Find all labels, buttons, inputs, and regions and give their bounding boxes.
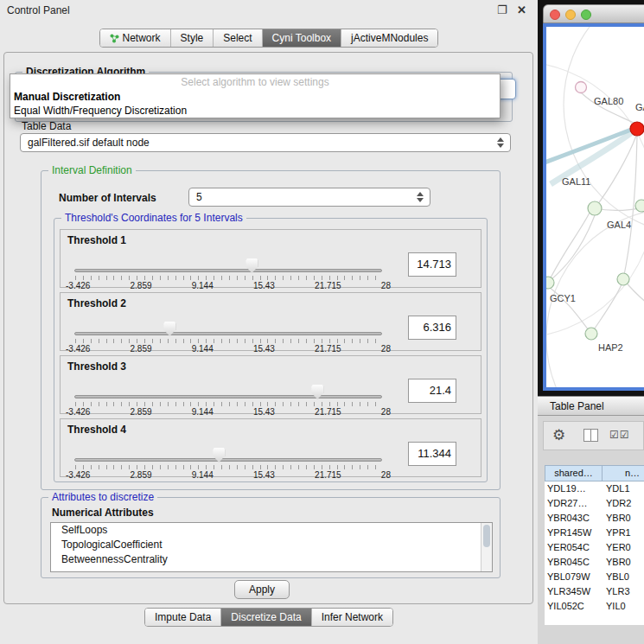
scale-tick-label: 2.859: [131, 470, 152, 480]
dropdown-option-equal-width-frequency[interactable]: Equal Width/Frequency Discretization: [10, 104, 500, 118]
column-header-shared-name[interactable]: shared…: [545, 465, 603, 481]
threshold-3-panel: Threshold 3 -3.426 2.859 9.144 15.43 21.…: [60, 355, 481, 414]
select-columns-icon[interactable]: ☑☑: [609, 429, 630, 441]
table-panel-title: Table Panel: [550, 400, 604, 412]
dropdown-option-manual-discretization[interactable]: Manual Discretization: [10, 90, 500, 104]
network-window-titlebar[interactable]: [543, 4, 644, 23]
close-icon[interactable]: ✕: [517, 3, 526, 16]
scale-tick-label: 2.859: [131, 407, 152, 417]
tab-label: Network: [123, 32, 161, 44]
scale-tick-label: 28: [381, 407, 391, 417]
tab-label: Infer Network: [322, 611, 383, 623]
slider-track[interactable]: [74, 332, 382, 335]
close-button[interactable]: [550, 10, 560, 20]
tab-style[interactable]: Style: [170, 29, 214, 47]
slider-track[interactable]: [74, 458, 382, 462]
number-of-intervals-combobox[interactable]: 5: [188, 188, 430, 207]
node-gal4[interactable]: [588, 201, 602, 215]
scale-tick-label: 28: [381, 470, 391, 480]
minimize-button[interactable]: [565, 10, 576, 20]
node-gcy1[interactable]: [546, 277, 554, 289]
columns-icon[interactable]: [583, 429, 598, 442]
group-title: Threshold's Coordinates for 5 Intervals: [61, 212, 246, 224]
table-row[interactable]: YDL19… YDL1: [545, 481, 644, 496]
threshold-2-value-field[interactable]: 6.316: [408, 316, 456, 340]
table-row[interactable]: YBR043C YBR0: [545, 511, 644, 526]
tab-jactivemnodules[interactable]: jActiveMNodules: [341, 29, 437, 47]
slider-ticks: [75, 465, 382, 469]
network-icon: [110, 34, 119, 43]
slider-track[interactable]: [74, 395, 382, 399]
table-toolbar: ⚙ ☑☑: [543, 421, 644, 450]
table-row[interactable]: YLR345W YLR3: [545, 584, 644, 599]
window-title: Control Panel: [7, 4, 70, 16]
threshold-3-slider[interactable]: -3.426 2.859 9.144 15.43 21.715 28: [74, 384, 382, 413]
list-item[interactable]: TopologicalCoefficient: [51, 538, 492, 552]
column-header-name[interactable]: n…: [603, 465, 644, 481]
node-label: GAL80: [594, 96, 623, 106]
zoom-button[interactable]: [581, 10, 591, 20]
float-window-icon[interactable]: ❐: [497, 3, 507, 16]
tab-network[interactable]: Network: [100, 29, 170, 47]
threshold-label: Threshold 3: [67, 360, 126, 373]
cyni-toolbox-panel: Discretization Algorithm Select algorith…: [3, 52, 533, 604]
scale-tick-label: 15.43: [253, 281, 275, 290]
scrollbar-thumb[interactable]: [483, 525, 490, 547]
node-gal80[interactable]: [576, 82, 587, 93]
table-panel-bar[interactable]: Table Panel: [538, 396, 644, 416]
apply-button[interactable]: Apply: [234, 580, 290, 599]
cell: YLR345W: [547, 584, 590, 599]
table-row[interactable]: YDR27… YDR2: [545, 496, 644, 511]
table-row[interactable]: YER054C YER0: [545, 540, 644, 555]
slider-ticks: [75, 402, 382, 406]
threshold-4-value-field[interactable]: 11.344: [408, 442, 456, 466]
node[interactable]: [617, 273, 629, 285]
list-scrollbar[interactable]: [481, 523, 492, 571]
node[interactable]: [635, 200, 644, 212]
table-row[interactable]: YIL052C YIL0: [545, 599, 644, 614]
scale-tick-label: 28: [381, 344, 391, 354]
threshold-2-slider[interactable]: -3.426 2.859 9.144 15.43 21.715 28: [74, 321, 382, 350]
scale-tick-label: -3.426: [66, 344, 90, 354]
threshold-1-slider[interactable]: -3.426 2.859 9.144 15.43 21.715 28: [74, 258, 382, 287]
list-item[interactable]: SelfLoops: [51, 523, 492, 538]
list-item[interactable]: BetweennessCentrality: [51, 552, 492, 567]
tab-label: jActiveMNodules: [351, 32, 428, 44]
cell: YPR145W: [547, 526, 591, 540]
threshold-4-panel: Threshold 4 -3.426 2.859 9.144 15.43 21.…: [60, 418, 481, 477]
node-label: HAP2: [598, 342, 623, 353]
scale-tick-label: 28: [381, 281, 391, 290]
network-canvas[interactable]: GAL80 GA GAL11 GAL4 GCY1 HAP2: [546, 27, 644, 387]
tab-discretize-data[interactable]: Discretize Data: [220, 609, 310, 626]
threshold-label: Threshold 1: [67, 234, 126, 246]
tab-cyni-toolbox[interactable]: Cyni Toolbox: [262, 29, 341, 47]
tab-select[interactable]: Select: [213, 29, 261, 47]
cell: YDR2: [606, 496, 631, 511]
tab-impute-data[interactable]: Impute Data: [145, 609, 220, 626]
scale-tick-label: 9.144: [192, 281, 214, 290]
screen: Control Panel ❐ ✕ Network Style Select: [0, 0, 644, 644]
threshold-4-slider[interactable]: -3.426 2.859 9.144 15.43 21.715 28: [74, 447, 382, 476]
control-panel-titlebar: Control Panel ❐ ✕: [0, 0, 538, 22]
threshold-3-value-field[interactable]: 21.4: [408, 379, 456, 403]
table-data-combobox[interactable]: galFiltered.sif default node: [20, 133, 511, 152]
node-label: GCY1: [550, 293, 576, 303]
scale-tick-label: 9.144: [192, 407, 214, 417]
cell: YDR27…: [547, 496, 587, 511]
node-label: GA: [635, 102, 644, 112]
scale-tick-label: 21.715: [315, 344, 341, 354]
gear-icon[interactable]: ⚙: [552, 426, 565, 444]
scale-tick-label: 9.144: [192, 470, 214, 480]
table-row[interactable]: YBL079W YBL0: [545, 570, 644, 584]
node-hap2[interactable]: [585, 328, 597, 340]
slider-scale: -3.426 2.859 9.144 15.43 21.715 28: [66, 344, 391, 354]
table-row[interactable]: YBR045C YBR0: [545, 555, 644, 570]
threshold-1-value-field[interactable]: 14.713: [408, 252, 456, 277]
slider-track[interactable]: [74, 269, 382, 272]
tab-infer-network[interactable]: Infer Network: [311, 609, 392, 626]
scale-tick-label: 2.859: [131, 344, 152, 354]
node-selected-red[interactable]: [630, 122, 644, 136]
threshold-2-panel: Threshold 2 -3.426 2.859 9.144 15.43 21.…: [60, 292, 481, 351]
table-row[interactable]: YPR145W YPR1: [545, 526, 644, 540]
numerical-attributes-label: Numerical Attributes: [52, 507, 154, 519]
